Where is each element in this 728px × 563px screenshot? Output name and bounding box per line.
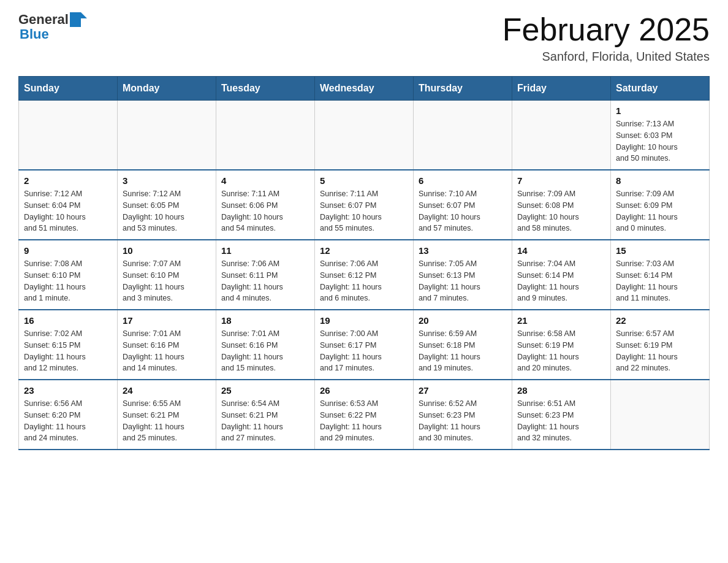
day-number: 27 bbox=[419, 385, 507, 396]
calendar-body: 1Sunrise: 7:13 AM Sunset: 6:03 PM Daylig… bbox=[19, 101, 710, 450]
header-wednesday: Wednesday bbox=[315, 77, 414, 101]
day-info: Sunrise: 7:11 AM Sunset: 6:07 PM Dayligh… bbox=[320, 188, 408, 234]
day-info: Sunrise: 6:58 AM Sunset: 6:19 PM Dayligh… bbox=[517, 328, 605, 374]
day-info: Sunrise: 7:01 AM Sunset: 6:16 PM Dayligh… bbox=[123, 328, 211, 374]
day-info: Sunrise: 6:52 AM Sunset: 6:23 PM Dayligh… bbox=[419, 398, 507, 444]
svg-marker-0 bbox=[70, 12, 87, 27]
day-info: Sunrise: 7:09 AM Sunset: 6:09 PM Dayligh… bbox=[616, 188, 704, 234]
day-info: Sunrise: 7:01 AM Sunset: 6:16 PM Dayligh… bbox=[221, 328, 309, 374]
header-sunday: Sunday bbox=[19, 77, 118, 101]
day-number: 14 bbox=[517, 245, 605, 256]
day-number: 16 bbox=[24, 315, 112, 326]
day-info: Sunrise: 7:05 AM Sunset: 6:13 PM Dayligh… bbox=[419, 258, 507, 304]
header-friday: Friday bbox=[512, 77, 611, 101]
calendar-cell: 4Sunrise: 7:11 AM Sunset: 6:06 PM Daylig… bbox=[216, 170, 315, 240]
calendar-cell bbox=[118, 101, 216, 170]
calendar-cell bbox=[512, 101, 611, 170]
day-number: 22 bbox=[616, 315, 704, 326]
calendar-cell: 9Sunrise: 7:08 AM Sunset: 6:10 PM Daylig… bbox=[19, 240, 118, 310]
calendar-cell: 27Sunrise: 6:52 AM Sunset: 6:23 PM Dayli… bbox=[414, 380, 512, 450]
day-number: 11 bbox=[221, 245, 309, 256]
calendar-cell: 15Sunrise: 7:03 AM Sunset: 6:14 PM Dayli… bbox=[611, 240, 710, 310]
day-info: Sunrise: 7:09 AM Sunset: 6:08 PM Dayligh… bbox=[517, 188, 605, 234]
day-number: 15 bbox=[616, 245, 704, 256]
calendar-cell: 24Sunrise: 6:55 AM Sunset: 6:21 PM Dayli… bbox=[118, 380, 216, 450]
day-number: 17 bbox=[123, 315, 211, 326]
day-info: Sunrise: 6:57 AM Sunset: 6:19 PM Dayligh… bbox=[616, 328, 704, 374]
day-number: 7 bbox=[517, 175, 605, 186]
title-block: February 2025 Sanford, Florida, United S… bbox=[502, 12, 710, 64]
calendar-cell: 3Sunrise: 7:12 AM Sunset: 6:05 PM Daylig… bbox=[118, 170, 216, 240]
header-monday: Monday bbox=[118, 77, 216, 101]
calendar-cell: 26Sunrise: 6:53 AM Sunset: 6:22 PM Dayli… bbox=[315, 380, 414, 450]
header-saturday: Saturday bbox=[611, 77, 710, 101]
calendar-cell: 23Sunrise: 6:56 AM Sunset: 6:20 PM Dayli… bbox=[19, 380, 118, 450]
calendar-cell: 1Sunrise: 7:13 AM Sunset: 6:03 PM Daylig… bbox=[611, 101, 710, 170]
calendar-cell: 2Sunrise: 7:12 AM Sunset: 6:04 PM Daylig… bbox=[19, 170, 118, 240]
calendar-week-3: 9Sunrise: 7:08 AM Sunset: 6:10 PM Daylig… bbox=[19, 240, 710, 310]
day-info: Sunrise: 7:07 AM Sunset: 6:10 PM Dayligh… bbox=[123, 258, 211, 304]
day-info: Sunrise: 6:51 AM Sunset: 6:23 PM Dayligh… bbox=[517, 398, 605, 444]
day-info: Sunrise: 7:12 AM Sunset: 6:04 PM Dayligh… bbox=[24, 188, 112, 234]
calendar-cell: 13Sunrise: 7:05 AM Sunset: 6:13 PM Dayli… bbox=[414, 240, 512, 310]
calendar-cell: 17Sunrise: 7:01 AM Sunset: 6:16 PM Dayli… bbox=[118, 310, 216, 380]
day-number: 3 bbox=[123, 175, 211, 186]
calendar-week-4: 16Sunrise: 7:02 AM Sunset: 6:15 PM Dayli… bbox=[19, 310, 710, 380]
calendar-cell: 21Sunrise: 6:58 AM Sunset: 6:19 PM Dayli… bbox=[512, 310, 611, 380]
day-number: 1 bbox=[616, 105, 704, 116]
calendar-cell: 12Sunrise: 7:06 AM Sunset: 6:12 PM Dayli… bbox=[315, 240, 414, 310]
calendar-title: February 2025 bbox=[502, 12, 710, 47]
day-number: 5 bbox=[320, 175, 408, 186]
header-row: Sunday Monday Tuesday Wednesday Thursday… bbox=[19, 77, 710, 101]
day-number: 12 bbox=[320, 245, 408, 256]
day-number: 2 bbox=[24, 175, 112, 186]
day-info: Sunrise: 7:04 AM Sunset: 6:14 PM Dayligh… bbox=[517, 258, 605, 304]
day-number: 24 bbox=[123, 385, 211, 396]
header-thursday: Thursday bbox=[414, 77, 512, 101]
calendar-cell bbox=[216, 101, 315, 170]
calendar-cell bbox=[414, 101, 512, 170]
day-number: 28 bbox=[517, 385, 605, 396]
day-info: Sunrise: 7:11 AM Sunset: 6:06 PM Dayligh… bbox=[221, 188, 309, 234]
calendar-cell: 8Sunrise: 7:09 AM Sunset: 6:09 PM Daylig… bbox=[611, 170, 710, 240]
calendar-cell: 19Sunrise: 7:00 AM Sunset: 6:17 PM Dayli… bbox=[315, 310, 414, 380]
day-info: Sunrise: 6:53 AM Sunset: 6:22 PM Dayligh… bbox=[320, 398, 408, 444]
calendar-week-5: 23Sunrise: 6:56 AM Sunset: 6:20 PM Dayli… bbox=[19, 380, 710, 450]
calendar-week-1: 1Sunrise: 7:13 AM Sunset: 6:03 PM Daylig… bbox=[19, 101, 710, 170]
calendar-cell: 14Sunrise: 7:04 AM Sunset: 6:14 PM Dayli… bbox=[512, 240, 611, 310]
day-number: 9 bbox=[24, 245, 112, 256]
day-info: Sunrise: 6:56 AM Sunset: 6:20 PM Dayligh… bbox=[24, 398, 112, 444]
day-number: 20 bbox=[419, 315, 507, 326]
calendar-cell: 5Sunrise: 7:11 AM Sunset: 6:07 PM Daylig… bbox=[315, 170, 414, 240]
day-info: Sunrise: 7:06 AM Sunset: 6:12 PM Dayligh… bbox=[320, 258, 408, 304]
header-tuesday: Tuesday bbox=[216, 77, 315, 101]
day-number: 18 bbox=[221, 315, 309, 326]
day-number: 21 bbox=[517, 315, 605, 326]
calendar-cell bbox=[611, 380, 710, 450]
day-info: Sunrise: 7:08 AM Sunset: 6:10 PM Dayligh… bbox=[24, 258, 112, 304]
day-info: Sunrise: 6:59 AM Sunset: 6:18 PM Dayligh… bbox=[419, 328, 507, 374]
day-info: Sunrise: 7:00 AM Sunset: 6:17 PM Dayligh… bbox=[320, 328, 408, 374]
day-number: 19 bbox=[320, 315, 408, 326]
day-info: Sunrise: 6:54 AM Sunset: 6:21 PM Dayligh… bbox=[221, 398, 309, 444]
day-info: Sunrise: 7:02 AM Sunset: 6:15 PM Dayligh… bbox=[24, 328, 112, 374]
day-number: 26 bbox=[320, 385, 408, 396]
day-number: 23 bbox=[24, 385, 112, 396]
logo-icon bbox=[70, 12, 87, 27]
calendar-cell: 18Sunrise: 7:01 AM Sunset: 6:16 PM Dayli… bbox=[216, 310, 315, 380]
logo-blue-text: Blue bbox=[20, 27, 87, 42]
calendar-cell: 6Sunrise: 7:10 AM Sunset: 6:07 PM Daylig… bbox=[414, 170, 512, 240]
day-info: Sunrise: 7:03 AM Sunset: 6:14 PM Dayligh… bbox=[616, 258, 704, 304]
calendar-cell: 20Sunrise: 6:59 AM Sunset: 6:18 PM Dayli… bbox=[414, 310, 512, 380]
day-info: Sunrise: 7:10 AM Sunset: 6:07 PM Dayligh… bbox=[419, 188, 507, 234]
calendar-cell: 7Sunrise: 7:09 AM Sunset: 6:08 PM Daylig… bbox=[512, 170, 611, 240]
calendar-cell: 11Sunrise: 7:06 AM Sunset: 6:11 PM Dayli… bbox=[216, 240, 315, 310]
day-info: Sunrise: 7:13 AM Sunset: 6:03 PM Dayligh… bbox=[616, 118, 704, 164]
day-info: Sunrise: 7:12 AM Sunset: 6:05 PM Dayligh… bbox=[123, 188, 211, 234]
calendar-subtitle: Sanford, Florida, United States bbox=[502, 50, 710, 64]
day-number: 6 bbox=[419, 175, 507, 186]
page-header: General Blue February 2025 Sanford, Flor… bbox=[18, 12, 710, 64]
calendar-week-2: 2Sunrise: 7:12 AM Sunset: 6:04 PM Daylig… bbox=[19, 170, 710, 240]
day-info: Sunrise: 7:06 AM Sunset: 6:11 PM Dayligh… bbox=[221, 258, 309, 304]
calendar-cell: 25Sunrise: 6:54 AM Sunset: 6:21 PM Dayli… bbox=[216, 380, 315, 450]
